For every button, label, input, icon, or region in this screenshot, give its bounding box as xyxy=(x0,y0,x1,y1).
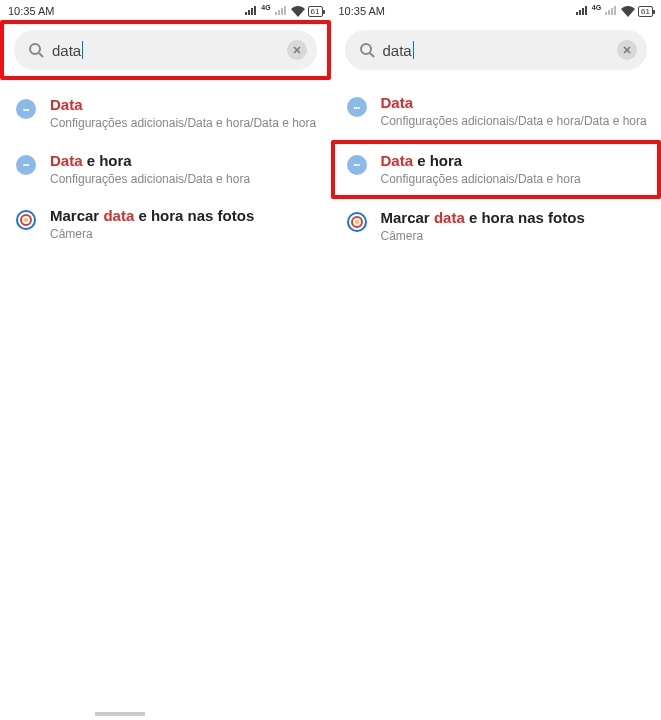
settings-icon xyxy=(347,97,367,117)
result-highlighted-container: Data e hora Configurações adicionais/Dat… xyxy=(331,140,662,200)
battery-indicator: 61 xyxy=(308,6,323,17)
more-indicator xyxy=(95,712,145,716)
svg-point-9 xyxy=(355,220,359,224)
wifi-icon xyxy=(291,6,305,17)
search-bar-highlighted: data xyxy=(0,20,331,80)
wifi-icon xyxy=(621,6,635,17)
clear-button[interactable] xyxy=(287,40,307,60)
signal-icon xyxy=(244,6,258,16)
result-data-e-hora[interactable]: Data e hora Configurações adicionais/Dat… xyxy=(0,142,331,198)
status-right: 4G 61 xyxy=(575,6,653,17)
camera-icon xyxy=(16,210,36,230)
svg-point-0 xyxy=(30,44,40,54)
result-sub: Configurações adicionais/Data e hora xyxy=(381,172,644,188)
phone-left: 10:35 AM 4G 61 data Data Configurações a… xyxy=(0,0,331,720)
status-right: 4G 61 xyxy=(244,6,322,17)
signal-icon-2 xyxy=(604,6,618,16)
search-icon xyxy=(359,42,375,58)
result-data[interactable]: Data Configurações adicionais/Data e hor… xyxy=(0,86,331,142)
network-label: 4G xyxy=(592,4,601,11)
result-sub: Configurações adicionais/Data e hora/Dat… xyxy=(381,114,648,130)
settings-icon xyxy=(16,99,36,119)
close-icon xyxy=(293,46,301,54)
result-title: Data e hora xyxy=(381,152,644,170)
status-bar: 10:35 AM 4G 61 xyxy=(0,0,331,20)
text-cursor xyxy=(82,41,83,59)
search-input[interactable]: data xyxy=(383,41,610,59)
result-marcar-data[interactable]: Marcar data e hora nas fotos Câmera xyxy=(331,199,662,255)
clear-button[interactable] xyxy=(617,40,637,60)
search-results: Data Configurações adicionais/Data e hor… xyxy=(331,78,662,255)
search-results: Data Configurações adicionais/Data e hor… xyxy=(0,80,331,253)
svg-line-6 xyxy=(370,53,374,57)
svg-point-4 xyxy=(24,218,28,222)
search-input[interactable]: data xyxy=(52,41,279,59)
search-box[interactable]: data xyxy=(14,30,317,70)
status-time: 10:35 AM xyxy=(8,5,54,17)
status-time: 10:35 AM xyxy=(339,5,385,17)
result-sub: Câmera xyxy=(50,227,317,243)
result-title: Data xyxy=(381,94,648,112)
result-sub: Configurações adicionais/Data e hora xyxy=(50,172,317,188)
result-sub: Câmera xyxy=(381,229,648,245)
settings-icon xyxy=(347,155,367,175)
search-icon xyxy=(28,42,44,58)
result-sub: Configurações adicionais/Data e hora/Dat… xyxy=(50,116,317,132)
result-title: Data xyxy=(50,96,317,114)
result-marcar-data[interactable]: Marcar data e hora nas fotos Câmera xyxy=(0,197,331,253)
camera-icon xyxy=(347,212,367,232)
signal-icon xyxy=(575,6,589,16)
result-data[interactable]: Data Configurações adicionais/Data e hor… xyxy=(331,84,662,140)
close-icon xyxy=(623,46,631,54)
status-bar: 10:35 AM 4G 61 xyxy=(331,0,662,20)
search-bar: data xyxy=(331,20,662,78)
search-box[interactable]: data xyxy=(345,30,648,70)
result-title: Marcar data e hora nas fotos xyxy=(381,209,648,227)
settings-icon xyxy=(16,155,36,175)
result-title: Data e hora xyxy=(50,152,317,170)
signal-icon-2 xyxy=(274,6,288,16)
battery-indicator: 61 xyxy=(638,6,653,17)
result-data-e-hora[interactable]: Data e hora Configurações adicionais/Dat… xyxy=(335,144,658,196)
network-label: 4G xyxy=(261,4,270,11)
svg-point-5 xyxy=(361,44,371,54)
text-cursor xyxy=(413,41,414,59)
svg-line-1 xyxy=(39,53,43,57)
result-title: Marcar data e hora nas fotos xyxy=(50,207,317,225)
phone-right: 10:35 AM 4G 61 data Data Configurações a… xyxy=(331,0,662,720)
